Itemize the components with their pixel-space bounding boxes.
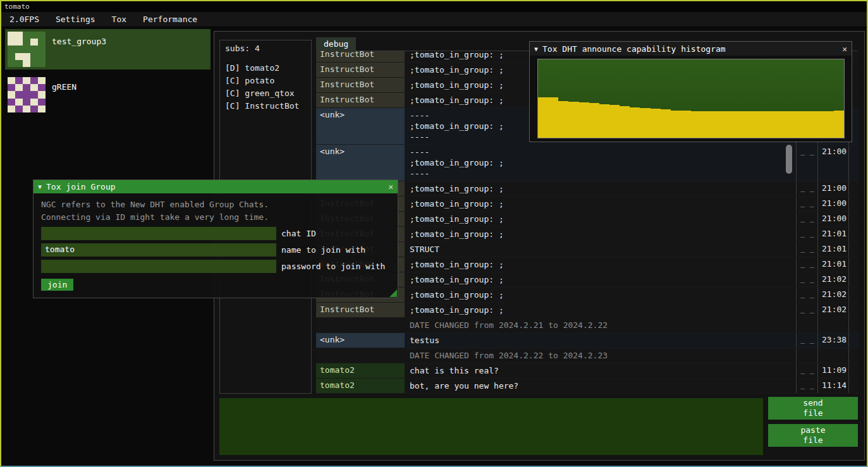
- message-time: 21:00: [817, 197, 849, 211]
- message-text: ---- ;tomato_in_group: ; ----: [405, 145, 796, 181]
- send-file-button[interactable]: send file: [768, 397, 858, 420]
- histogram-bar: [548, 97, 558, 138]
- tab-label: debug: [324, 39, 348, 49]
- date-changed-row: DATE CHANGED from 2024.2.22 to 2024.2.23: [316, 348, 859, 363]
- message-time: 21:02: [817, 288, 849, 302]
- group-avatar: [8, 77, 46, 112]
- paste-file-button[interactable]: paste file: [768, 424, 858, 447]
- histogram-bar: [620, 106, 630, 138]
- message-time: 21:02: [817, 272, 849, 287]
- group-list: test_group3gREEN: [5, 29, 211, 120]
- chat-ID-input[interactable]: [41, 227, 276, 240]
- histogram-bar: [538, 97, 548, 138]
- message-text: STRUCT: [405, 242, 796, 257]
- chat-message-row[interactable]: InstructBot;tomato_in_group: ;_ _21:02: [316, 303, 859, 318]
- name-to-join-with-input[interactable]: tomato: [41, 243, 276, 257]
- sender-name: InstructBot: [316, 303, 405, 317]
- subs-list: [D] tomato2[C] potato[C] green_qtox[C] I…: [225, 62, 306, 112]
- resize-grip[interactable]: [389, 289, 397, 297]
- histogram-bar: [640, 108, 650, 138]
- histogram-bar: [568, 102, 578, 138]
- chat-message-row[interactable]: tomato2chat is this real?_ _11:09: [316, 363, 859, 379]
- message-text: ;tomato_in_group: ;: [405, 288, 796, 302]
- sender-name: InstructBot: [316, 51, 405, 62]
- message-time: 21:00: [817, 212, 849, 226]
- message-status: _ _: [796, 145, 817, 181]
- histogram-bar: [773, 111, 783, 138]
- chat-message-row[interactable]: <unk>testus_ _23:38: [316, 333, 859, 348]
- chat-message-row[interactable]: tomato2bot, are you new here?_ _11:14: [316, 379, 859, 394]
- field-label: name to join with: [281, 245, 365, 255]
- histogram-bar: [671, 111, 681, 138]
- histogram-bar: [783, 111, 793, 138]
- message-text: ;tomato_in_group: ;: [405, 303, 796, 317]
- message-time: [817, 348, 849, 363]
- group-avatar: [8, 32, 46, 67]
- message-status: _ _: [796, 272, 817, 287]
- message-status: [796, 318, 817, 332]
- histogram-titlebar[interactable]: ▼ Tox DHT announce capability histogram …: [530, 42, 852, 56]
- histogram-bar: [824, 111, 834, 138]
- message-text: ;tomato_in_group: ;: [405, 272, 796, 287]
- histogram-bar: [579, 102, 589, 138]
- tab-debug[interactable]: debug: [316, 37, 356, 51]
- menu-item-performance[interactable]: Performance: [135, 13, 205, 26]
- close-icon[interactable]: ✕: [842, 44, 847, 54]
- message-time: 21:01: [817, 257, 849, 272]
- message-text: ;tomato_in_group: ;: [405, 197, 796, 211]
- join-info-line-1: NGC refers to the New DHT enabled Group …: [41, 198, 390, 211]
- histogram-bar: [599, 104, 609, 138]
- join-title: Tox join Group: [46, 182, 116, 191]
- menu-item-settings[interactable]: Settings: [47, 13, 104, 26]
- collapse-icon[interactable]: ▼: [38, 183, 42, 190]
- password-to-join-with-input[interactable]: [41, 260, 276, 273]
- message-status: _ _: [796, 379, 817, 393]
- histogram-bar: [762, 111, 773, 138]
- message-time: 11:09: [817, 363, 849, 378]
- sender-name: <unk>: [316, 333, 405, 348]
- window-titlebar[interactable]: tomato: [1, 1, 867, 12]
- join-titlebar[interactable]: ▼ Tox join Group ✕: [34, 180, 398, 193]
- collapse-icon[interactable]: ▼: [534, 45, 538, 52]
- histogram-plot: [537, 59, 845, 138]
- histogram-bar: [834, 111, 844, 138]
- sender-name: [316, 318, 405, 332]
- join-fields: chat IDtomatoname to join withpassword t…: [41, 227, 390, 273]
- subs-list-item[interactable]: [D] tomato2: [225, 62, 306, 75]
- chat-scrollbar-thumb[interactable]: [786, 145, 792, 174]
- histogram-window: ▼ Tox DHT announce capability histogram …: [529, 41, 852, 142]
- join-button[interactable]: join: [41, 279, 73, 291]
- message-text: ;tomato_in_group: ;: [405, 212, 796, 226]
- histogram-bar: [711, 111, 721, 138]
- histogram-bar: [804, 111, 814, 138]
- group-item-gREEN[interactable]: gREEN: [5, 75, 211, 115]
- message-time: 21:02: [817, 303, 849, 317]
- close-icon[interactable]: ✕: [388, 182, 393, 191]
- field-label: chat ID: [281, 229, 316, 238]
- date-changed-row: DATE CHANGED from 2024.2.21 to 2024.2.22: [316, 318, 859, 333]
- sender-name: InstructBot: [316, 78, 405, 92]
- join-field-row: tomatoname to join with: [41, 243, 390, 257]
- join-group-window: ▼ Tox join Group ✕ NGC refers to the New…: [33, 179, 398, 298]
- subs-list-item[interactable]: [C] InstructBot: [225, 100, 306, 112]
- message-input[interactable]: [219, 398, 763, 455]
- sender-name: InstructBot: [316, 93, 405, 107]
- message-text: ;tomato_in_group: ;: [405, 227, 796, 241]
- message-time: 21:00: [817, 181, 849, 196]
- window-title: tomato: [4, 3, 30, 11]
- message-text: bot, are you new here?: [405, 379, 796, 393]
- subs-list-item[interactable]: [C] potato: [225, 75, 306, 87]
- histogram-bar: [630, 107, 640, 138]
- histogram-bar: [589, 103, 599, 138]
- histogram-bar: [609, 105, 620, 138]
- histogram-bar: [691, 111, 701, 138]
- group-name-label: gREEN: [52, 82, 76, 92]
- menu-item-tox[interactable]: Tox: [104, 13, 135, 26]
- date-changed-text: DATE CHANGED from 2024.2.21 to 2024.2.22: [405, 318, 796, 332]
- chat-message-row[interactable]: <unk>---- ;tomato_in_group: ; ----_ _21:…: [316, 145, 859, 181]
- group-item-test_group3[interactable]: test_group3: [5, 29, 211, 70]
- histogram-bar: [701, 111, 711, 138]
- sender-name: tomato2: [316, 379, 405, 393]
- subs-list-item[interactable]: [C] green_qtox: [225, 87, 306, 100]
- sender-name: tomato2: [316, 363, 405, 378]
